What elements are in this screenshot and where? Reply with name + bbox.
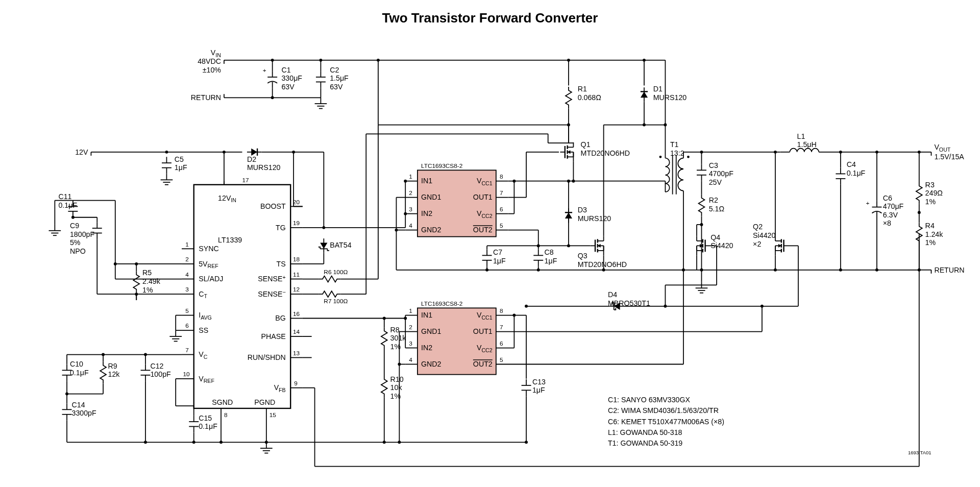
v12-label: 12V: [75, 148, 88, 156]
svg-point-142: [102, 353, 105, 356]
svg-point-127: [135, 262, 138, 265]
svg-text:RUN/SHDN: RUN/SHDN: [248, 353, 286, 361]
transformer-T1: [659, 155, 690, 194]
svg-text:12: 12: [293, 286, 300, 293]
svg-text:2: 2: [185, 256, 189, 263]
R1-val: 0.068Ω: [578, 93, 601, 102]
svg-text:BOOST: BOOST: [260, 202, 286, 210]
return-label: RETURN: [191, 93, 221, 102]
svg-point-292: [602, 269, 605, 272]
gnd-icon: [161, 174, 173, 184]
svg-point-310: [700, 223, 703, 226]
svg-marker-163: [320, 242, 327, 249]
svg-point-327: [774, 269, 777, 272]
svg-point-280: [572, 180, 575, 183]
R3-tol: 1%: [925, 198, 936, 206]
C8-ref: C8: [545, 248, 554, 256]
C1-ref: C1: [281, 66, 290, 74]
R5-tol: 1%: [142, 286, 153, 294]
svg-text:8: 8: [500, 307, 503, 314]
pin15: 15: [270, 411, 277, 419]
schematic-diagram: VIN 48VDC ±10% + C1 330μF 63V C2 1.5μF 6…: [10, 31, 970, 487]
Q2-val: Si4420: [753, 231, 775, 239]
svg-text:GND1: GND1: [421, 327, 442, 335]
svg-point-217: [395, 229, 398, 232]
C10-ref: C10: [70, 360, 83, 368]
res-R8: [381, 327, 387, 349]
res-R3: [916, 182, 922, 204]
gnd-icon: [49, 225, 61, 235]
R8-val: 301k: [390, 334, 407, 342]
bom-l1: C1: SANYO 63MV330GX: [608, 396, 691, 404]
svg-point-222: [512, 180, 516, 183]
vin-value: 48VDC: [198, 57, 221, 65]
C15-ref: C15: [199, 414, 212, 422]
R10-ref: R10: [390, 375, 404, 383]
svg-point-53: [165, 151, 168, 154]
svg-point-324: [774, 151, 777, 154]
C4-ref: C4: [847, 160, 856, 168]
cap-C15: [189, 416, 199, 432]
svg-text:1: 1: [185, 241, 189, 248]
Q3-val: MTD20NO6HD: [578, 260, 627, 269]
svg-text:13: 13: [293, 350, 300, 357]
C11-val: 0.1μF: [58, 201, 77, 209]
T1-val: 13:2: [670, 149, 684, 157]
res-R6: [319, 276, 341, 282]
svg-text:OUT2: OUT2: [473, 360, 493, 368]
svg-text:IN2: IN2: [421, 209, 432, 217]
svg-text:11: 11: [293, 271, 300, 278]
svg-point-123: [71, 216, 75, 219]
svg-point-180: [383, 317, 386, 320]
res-R1: [566, 87, 572, 109]
gnd-icon: [696, 282, 708, 293]
svg-text:PHASE: PHASE: [261, 332, 286, 340]
svg-text:5: 5: [185, 307, 189, 314]
mosfet-Q1: [560, 142, 573, 162]
C3-val: 4700pF: [709, 169, 733, 178]
R2-val: 5.1Ω: [709, 205, 724, 213]
pgnd-label: PGND: [254, 398, 275, 406]
T1-ref: T1: [670, 140, 679, 149]
svg-point-254: [398, 363, 401, 366]
R2-ref: R2: [709, 196, 718, 204]
mosfet-Q3: [591, 236, 604, 255]
svg-text:6: 6: [500, 340, 503, 347]
svg-point-337: [839, 269, 842, 272]
svg-text:19: 19: [293, 220, 300, 227]
C5-val: 1μF: [175, 163, 187, 172]
svg-text:OUT1: OUT1: [473, 193, 493, 201]
C3-ref: C3: [709, 161, 718, 169]
bom-l2: C2: WIMA SMD4036/1.5/63/20/TR: [608, 406, 719, 415]
vin-tol: ±10%: [203, 66, 222, 74]
cap-C2: [316, 71, 326, 88]
res-R4: [916, 223, 922, 245]
svg-text:TG: TG: [276, 224, 286, 232]
svg-text:8: 8: [500, 173, 503, 180]
diode-D3: [565, 208, 572, 223]
inductor-L1: [790, 149, 819, 152]
C3-v: 25V: [709, 178, 722, 186]
svg-point-340: [875, 151, 878, 154]
svg-point-38: [319, 59, 322, 62]
Q2-mult: ×2: [753, 240, 761, 248]
R3-val: 249Ω: [925, 189, 943, 197]
Q4-ref: Q4: [710, 233, 720, 241]
R10-val: 10k: [390, 383, 403, 392]
svg-point-45: [567, 59, 570, 62]
C6-val: 470μF: [883, 202, 904, 210]
R1-ref: R1: [578, 85, 587, 93]
cap-C4: [836, 168, 845, 185]
bat54-label: BAT54: [330, 241, 351, 249]
C10-val: 0.1μF: [70, 369, 89, 377]
svg-point-58: [292, 151, 295, 154]
C1-v: 63V: [281, 83, 295, 91]
svg-text:GND2: GND2: [421, 226, 442, 234]
cap-C8: [533, 250, 543, 266]
svg-point-212: [404, 212, 407, 215]
C2-v: 63V: [330, 83, 343, 91]
svg-text:1: 1: [409, 307, 412, 314]
svg-text:3: 3: [409, 340, 412, 347]
D4-ref: D4: [608, 290, 617, 299]
R9-val: 12k: [108, 370, 120, 378]
